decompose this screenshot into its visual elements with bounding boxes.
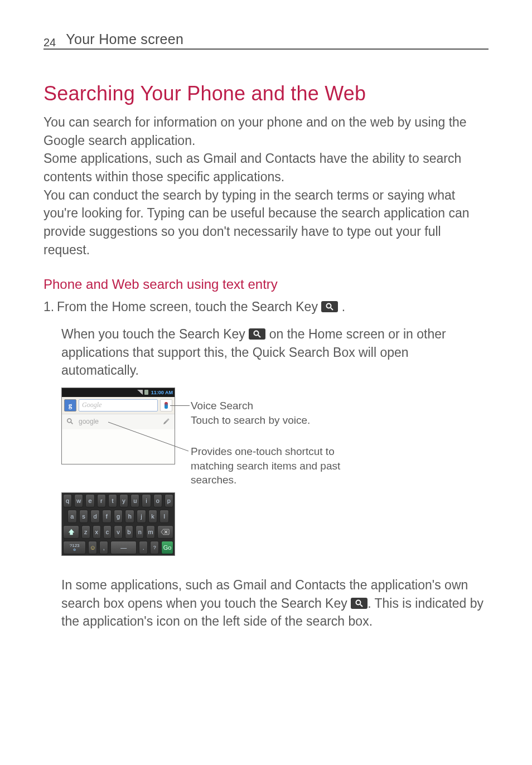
page-header: 24 Your Home screen xyxy=(43,31,489,50)
key-r[interactable]: r xyxy=(97,494,106,507)
key-a[interactable]: a xyxy=(67,510,77,523)
svg-point-7 xyxy=(356,600,361,604)
key-p[interactable]: p xyxy=(165,494,173,507)
detail-bold: Search Key xyxy=(179,327,245,341)
backspace-key[interactable] xyxy=(157,525,173,539)
step-1: 1.From the Home screen, touch the Search… xyxy=(43,298,489,316)
period-key[interactable]: . xyxy=(139,541,148,554)
key-v[interactable]: v xyxy=(114,525,122,539)
key-i[interactable]: i xyxy=(142,494,151,507)
status-bar: 11:00 AM xyxy=(62,388,175,397)
key-k[interactable]: k xyxy=(148,510,158,523)
emoji-key[interactable]: ☺ xyxy=(88,541,97,554)
search-input[interactable]: Google xyxy=(79,399,158,411)
step-number: 1. xyxy=(43,298,57,316)
key-y[interactable]: y xyxy=(119,494,128,507)
key-j[interactable]: j xyxy=(137,510,146,523)
key-g[interactable]: g xyxy=(114,510,123,523)
detail-a: When you touch the xyxy=(61,327,179,341)
intro-paragraph-3: You can conduct the search by typing in … xyxy=(43,186,489,259)
key-w[interactable]: w xyxy=(74,494,83,507)
heading-1: Searching Your Phone and the Web xyxy=(43,82,489,105)
intro-paragraph-2: Some applications, such as Gmail and Con… xyxy=(43,149,489,186)
comma-key[interactable]: , xyxy=(99,541,108,554)
svg-line-8 xyxy=(360,604,362,607)
space-key[interactable]: ― xyxy=(110,541,137,554)
step-1-text-a: From the Home screen, touch the xyxy=(57,299,252,314)
key-e[interactable]: e xyxy=(85,494,94,507)
key-o[interactable]: o xyxy=(153,494,162,507)
search-icon xyxy=(66,418,74,425)
question-key[interactable]: ? xyxy=(150,541,159,554)
callout-voice-sub: Touch to search by voice. xyxy=(191,413,310,428)
google-g-icon[interactable]: g xyxy=(64,399,76,411)
svg-line-5 xyxy=(71,422,73,424)
svg-point-2 xyxy=(254,331,259,335)
key-d[interactable]: d xyxy=(90,510,100,523)
callout-line xyxy=(170,405,190,406)
key-q[interactable]: q xyxy=(63,494,72,507)
key-s[interactable]: s xyxy=(79,510,89,523)
key-x[interactable]: x xyxy=(93,525,101,539)
on-screen-keyboard: qwertyuiop asdfghjkl zxcvbnm ?123⚙ ☺ , ―… xyxy=(61,492,175,556)
key-l[interactable]: l xyxy=(159,510,169,523)
search-key-icon xyxy=(321,301,338,312)
heading-2: Phone and Web search using text entry xyxy=(43,277,489,292)
section-title: Your Home screen xyxy=(66,31,183,47)
svg-line-6 xyxy=(108,422,188,451)
symbols-key[interactable]: ?123⚙ xyxy=(63,541,86,554)
key-t[interactable]: t xyxy=(108,494,117,507)
key-n[interactable]: n xyxy=(136,525,144,539)
key-h[interactable]: h xyxy=(125,510,134,523)
after-bold: Search Key xyxy=(281,596,347,611)
quick-search-box: g Google xyxy=(62,397,175,414)
key-u[interactable]: u xyxy=(130,494,139,507)
key-m[interactable]: m xyxy=(146,525,154,539)
microphone-icon xyxy=(165,402,168,409)
step-1-bold: Search Key xyxy=(252,299,318,314)
step-1-text-c: . xyxy=(338,299,345,314)
callout-voice-search: Voice Search Touch to search by voice. xyxy=(191,399,310,427)
shift-key[interactable] xyxy=(63,525,79,539)
after-figure-paragraph: In some applications, such as Gmail and … xyxy=(61,576,489,631)
svg-line-3 xyxy=(258,335,260,337)
key-z[interactable]: z xyxy=(81,525,90,539)
key-b[interactable]: b xyxy=(125,525,133,539)
search-key-icon xyxy=(351,598,367,609)
page-number: 24 xyxy=(43,36,56,49)
step-1-detail: When you touch the Search Key on the Hom… xyxy=(61,325,489,380)
search-key-icon xyxy=(249,328,265,340)
svg-point-0 xyxy=(327,304,331,308)
key-c[interactable]: c xyxy=(103,525,112,539)
signal-icon xyxy=(137,390,143,395)
figure: 11:00 AM g Google google qwertyuiop asdf… xyxy=(61,388,489,566)
intro-paragraph-1: You can search for information on your p… xyxy=(43,113,489,149)
callout-line xyxy=(108,422,192,456)
callout-voice-title: Voice Search xyxy=(191,399,310,413)
go-key[interactable]: Go xyxy=(161,541,173,554)
svg-point-4 xyxy=(67,419,71,423)
key-f[interactable]: f xyxy=(102,510,112,523)
callout-shortcut: Provides one-touch shortcut to matching … xyxy=(191,444,369,487)
callout-shortcut-text: Provides one-touch shortcut to matching … xyxy=(191,444,369,487)
svg-line-1 xyxy=(331,308,333,310)
battery-icon xyxy=(144,390,148,395)
status-time: 11:00 AM xyxy=(151,390,173,395)
